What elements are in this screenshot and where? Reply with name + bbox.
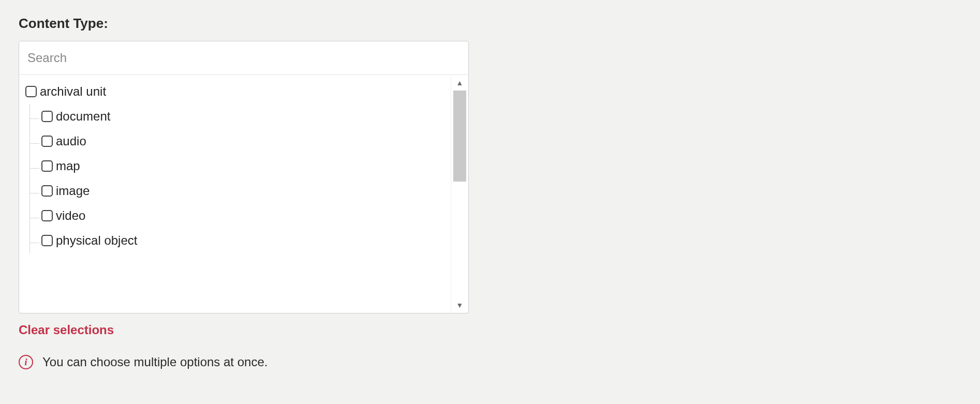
tree-node-video[interactable]: video: [30, 203, 447, 228]
tree-node-map[interactable]: map: [30, 154, 447, 178]
node-label: map: [56, 159, 80, 173]
info-icon: i: [19, 355, 33, 369]
node-label: image: [56, 184, 90, 198]
scroll-track[interactable]: [451, 91, 468, 297]
hint-row: i You can choose multiple options at onc…: [19, 355, 961, 369]
checkbox-icon[interactable]: [41, 160, 53, 172]
tree-area: archival unit document audio: [19, 75, 468, 313]
checkbox-icon[interactable]: [25, 86, 37, 97]
node-label: archival unit: [40, 84, 106, 99]
tree-list[interactable]: archival unit document audio: [19, 75, 451, 313]
node-label: video: [56, 208, 85, 223]
tree-node-document[interactable]: document: [30, 104, 447, 129]
field-label: Content Type:: [19, 16, 961, 32]
tree-node-root[interactable]: archival unit: [23, 79, 447, 104]
checkbox-icon[interactable]: [41, 235, 53, 246]
content-type-selector: archival unit document audio: [19, 41, 469, 313]
hint-text: You can choose multiple options at once.: [42, 355, 268, 369]
checkbox-icon[interactable]: [41, 210, 53, 221]
search-input[interactable]: [19, 41, 468, 75]
checkbox-icon[interactable]: [41, 185, 53, 197]
node-label: audio: [56, 134, 86, 148]
clear-selections-link[interactable]: Clear selections: [19, 323, 114, 337]
scrollbar[interactable]: ▲ ▼: [451, 75, 468, 313]
scroll-up-icon[interactable]: ▲: [451, 75, 468, 91]
tree-node-physical-object[interactable]: physical object: [30, 228, 447, 253]
scroll-thumb[interactable]: [453, 91, 466, 182]
tree-node-image[interactable]: image: [30, 178, 447, 203]
node-label: physical object: [56, 233, 137, 248]
node-label: document: [56, 109, 110, 124]
tree-children: document audio map: [29, 104, 447, 253]
tree-node-audio[interactable]: audio: [30, 129, 447, 154]
scroll-down-icon[interactable]: ▼: [451, 297, 468, 313]
checkbox-icon[interactable]: [41, 136, 53, 147]
checkbox-icon[interactable]: [41, 111, 53, 122]
